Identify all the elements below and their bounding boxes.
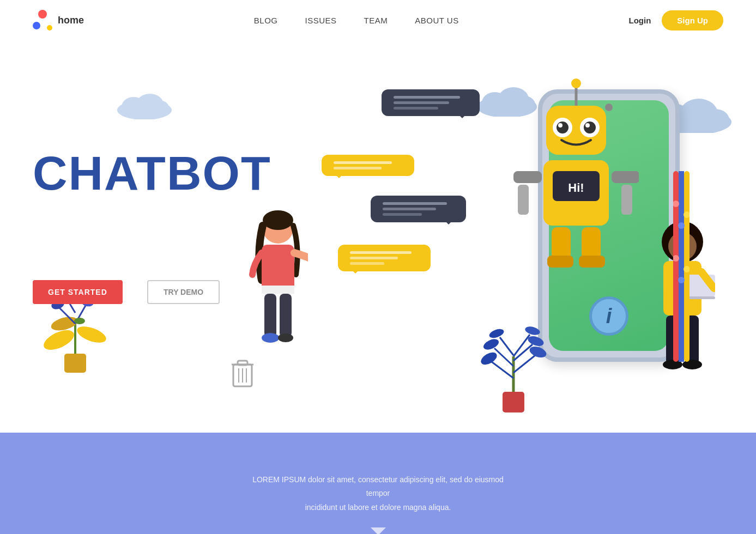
- svg-point-13: [571, 78, 581, 88]
- cloud-left: [114, 89, 174, 119]
- svg-point-11: [701, 109, 729, 131]
- svg-rect-24: [513, 171, 542, 183]
- logo-text: home: [58, 15, 84, 26]
- svg-point-20: [585, 123, 590, 128]
- footer-text-line1: LOREM IPSUM dolor sit amet, consectetur …: [242, 473, 515, 500]
- nav-link-team[interactable]: TEAM: [364, 16, 388, 25]
- svg-rect-36: [280, 294, 292, 337]
- svg-rect-81: [673, 171, 679, 362]
- plant-blue-right: [478, 296, 549, 416]
- svg-rect-49: [64, 354, 86, 373]
- svg-line-73: [500, 337, 513, 355]
- svg-point-77: [482, 337, 500, 351]
- svg-point-18: [584, 122, 596, 134]
- svg-point-37: [262, 333, 279, 343]
- nav-link-about[interactable]: ABOUT US: [415, 16, 458, 25]
- svg-rect-26: [518, 185, 529, 215]
- svg-point-52: [75, 323, 108, 346]
- footer-section: LOREM IPSUM dolor sit amet, consectetur …: [0, 433, 756, 534]
- logo-circle-blue: [33, 22, 40, 29]
- svg-rect-82: [679, 171, 684, 362]
- logo-icon: [33, 10, 53, 31]
- hero-section: CHATBOT: [0, 40, 756, 433]
- svg-point-80: [524, 325, 541, 337]
- navbar: home BLOG ISSUES TEAM ABOUT US Login Sig…: [0, 0, 756, 40]
- scroll-arrows: [371, 527, 386, 534]
- nav-link-issues[interactable]: ISSUES: [305, 16, 337, 25]
- logo-circle-yellow: [47, 25, 52, 31]
- svg-rect-25: [612, 171, 639, 183]
- svg-rect-67: [503, 392, 524, 412]
- signup-button[interactable]: Sign Up: [662, 10, 723, 31]
- svg-point-38: [278, 333, 293, 342]
- speech-bubble-yellow-2: [338, 245, 431, 271]
- svg-line-69: [492, 362, 513, 378]
- nav-link-blog[interactable]: BLOG: [254, 16, 278, 25]
- speech-bubble-dark-mid: [371, 196, 466, 222]
- trash-bin: [229, 356, 256, 389]
- svg-point-85: [678, 222, 685, 229]
- try-demo-button[interactable]: TRY DEMO: [147, 280, 220, 304]
- svg-point-79: [488, 327, 505, 340]
- hero-title: CHATBOT: [33, 149, 271, 197]
- nav-links: BLOG ISSUES TEAM ABOUT US: [254, 16, 459, 25]
- cable-decoration: [673, 171, 690, 362]
- svg-rect-63: [238, 361, 247, 365]
- nav-actions: Login Sign Up: [629, 10, 724, 31]
- svg-rect-35: [264, 294, 276, 337]
- get-started-button[interactable]: GET STARTED: [33, 280, 123, 304]
- phone-camera: [605, 104, 613, 111]
- svg-rect-31: [579, 256, 605, 268]
- robot-illustration: Hi!: [513, 76, 639, 310]
- svg-point-3: [149, 100, 169, 116]
- login-button[interactable]: Login: [629, 16, 651, 25]
- speech-bubble-dark-top: [382, 89, 480, 116]
- svg-rect-39: [262, 286, 294, 294]
- svg-text:Hi!: Hi!: [568, 181, 584, 195]
- logo[interactable]: home: [33, 10, 84, 31]
- footer-text-line2: incididunt ut labore et dolore magna ali…: [305, 501, 451, 514]
- svg-point-88: [678, 277, 685, 283]
- svg-rect-27: [621, 185, 632, 215]
- woman-character: [248, 209, 308, 362]
- svg-point-60: [74, 318, 85, 324]
- svg-rect-29: [582, 227, 601, 260]
- svg-point-33: [263, 210, 293, 230]
- svg-point-19: [558, 123, 563, 128]
- svg-point-17: [557, 122, 568, 134]
- svg-rect-28: [552, 227, 571, 260]
- svg-rect-30: [547, 256, 573, 268]
- arrow-down-1: [371, 527, 386, 534]
- speech-bubble-yellow-1: [322, 155, 414, 176]
- logo-circle-red: [38, 10, 47, 19]
